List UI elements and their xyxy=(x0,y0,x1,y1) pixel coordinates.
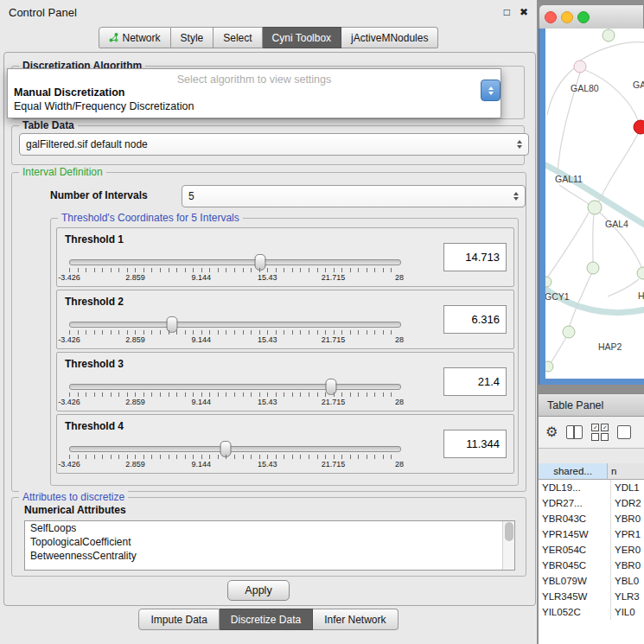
table-row[interactable]: YDR27...YDR2 xyxy=(539,495,644,511)
table-row[interactable]: YIL052CYIL0 xyxy=(539,604,644,620)
cell-shared-name[interactable]: YER054C xyxy=(539,542,611,558)
cell-name[interactable]: YDR2 xyxy=(611,495,644,511)
close-traffic-light[interactable] xyxy=(545,11,557,23)
vertical-scrollbar[interactable] xyxy=(502,521,514,570)
tick-label: 2.859 xyxy=(125,335,145,344)
tick-label: 28 xyxy=(395,460,404,469)
cell-shared-name[interactable]: YBL079W xyxy=(539,573,611,589)
tick-labels: -3.426 2.859 9.144 15.43 21.715 28 xyxy=(69,398,399,407)
threshold-2-slider[interactable] xyxy=(69,322,401,328)
gear-icon[interactable]: ⚙ xyxy=(545,425,558,439)
number-of-intervals-combobox[interactable]: 5 xyxy=(182,185,526,207)
apply-button[interactable]: Apply xyxy=(227,580,290,601)
tab-cyni-toolbox[interactable]: Cyni Toolbox xyxy=(263,27,341,48)
list-item[interactable]: TopologicalCoefficient xyxy=(25,535,514,549)
network-node[interactable] xyxy=(637,267,644,279)
network-view-window: GAL80 GA GAL11 GAL4 GCY1 HAP2 H xyxy=(539,4,644,385)
table-row[interactable]: YBR045CYBR0 xyxy=(539,558,644,573)
selected-red-node[interactable] xyxy=(634,120,644,134)
cell-shared-name[interactable]: YDR27... xyxy=(539,495,611,511)
popup-option-equal-width[interactable]: Equal Width/Frequency Discretization xyxy=(8,99,501,113)
float-window-icon[interactable]: □ xyxy=(504,6,510,18)
popup-option-manual-discretization[interactable]: Manual Discretization xyxy=(8,86,501,99)
cell-name[interactable]: YBR0 xyxy=(611,511,644,526)
tick-label: -3.426 xyxy=(58,273,80,282)
scrollbar-thumb[interactable] xyxy=(505,522,513,541)
list-item[interactable]: SelfLoops xyxy=(25,521,514,535)
network-window-titlebar[interactable] xyxy=(539,4,644,30)
tick-label: 15.43 xyxy=(258,398,277,406)
node-label-gal11: GAL11 xyxy=(555,174,583,184)
network-node[interactable] xyxy=(545,361,553,372)
cell-shared-name[interactable]: YBR043C xyxy=(539,511,611,526)
tab-infer-network[interactable]: Infer Network xyxy=(313,609,398,630)
table-row[interactable]: YBL079WYBL0 xyxy=(539,573,644,589)
network-node-gcy1[interactable] xyxy=(545,277,552,287)
tick-label: 21.715 xyxy=(322,273,346,282)
threshold-label: Threshold 4 xyxy=(65,420,124,432)
cell-name[interactable]: YBL0 xyxy=(611,573,644,589)
threshold-4-slider[interactable] xyxy=(69,446,401,452)
table-row[interactable]: YPR145WYPR1 xyxy=(539,526,644,542)
column-header-shared-name[interactable]: shared... xyxy=(539,463,608,480)
tick-marks xyxy=(69,330,399,335)
threshold-2-value-field[interactable]: 6.316 xyxy=(443,305,507,334)
tick-label: 9.144 xyxy=(192,273,212,282)
panel-title: Control Panel xyxy=(9,6,494,19)
tab-jactivemnodules[interactable]: jActiveMNodules xyxy=(341,27,438,48)
table-row[interactable]: YLR345WYLR3 xyxy=(539,589,644,604)
checkbox-grid-icon[interactable]: ✓ ✓ xyxy=(591,424,609,441)
node-label-gcy1: GCY1 xyxy=(545,291,570,302)
tab-select[interactable]: Select xyxy=(214,27,262,48)
network-node[interactable] xyxy=(603,29,615,41)
tick-labels: -3.426 2.859 9.144 15.43 21.715 28 xyxy=(69,273,399,283)
tab-label: Network xyxy=(123,32,161,44)
algorithm-combo-stepper[interactable] xyxy=(481,80,501,101)
cell-shared-name[interactable]: YDL19... xyxy=(539,480,611,495)
thresholds-group: Threshold's Coordinates for 5 Intervals … xyxy=(50,218,519,486)
node-label-hap2: HAP2 xyxy=(598,341,622,352)
table-row[interactable]: YER054CYER0 xyxy=(539,542,644,558)
down-arrow-icon xyxy=(488,92,494,95)
threshold-label: Threshold 1 xyxy=(65,233,124,245)
threshold-3-value-field[interactable]: 21.4 xyxy=(443,367,507,396)
network-node-gal80[interactable] xyxy=(574,61,586,73)
table-row[interactable]: YDL19...YDL1 xyxy=(539,480,644,495)
threshold-3-slider[interactable] xyxy=(69,384,401,390)
network-node-hap2[interactable] xyxy=(563,326,575,338)
close-icon[interactable]: ✖ xyxy=(520,6,528,18)
network-node-gal4[interactable] xyxy=(588,201,602,214)
checkbox-icon: ✓ xyxy=(591,424,599,431)
tab-impute-data[interactable]: Impute Data xyxy=(138,609,219,630)
cell-shared-name[interactable]: YLR345W xyxy=(539,589,611,604)
cell-name[interactable]: YBR0 xyxy=(611,558,644,573)
zoom-traffic-light[interactable] xyxy=(577,11,590,23)
tab-style[interactable]: Style xyxy=(171,27,214,48)
attributes-list[interactable]: SelfLoops TopologicalCoefficient Between… xyxy=(24,520,515,571)
cell-name[interactable]: YIL0 xyxy=(611,604,644,620)
table-row[interactable]: YBR043CYBR0 xyxy=(539,511,644,526)
tab-network[interactable]: Network xyxy=(99,27,171,48)
tab-discretize-data[interactable]: Discretize Data xyxy=(220,609,313,630)
columns-icon[interactable] xyxy=(566,425,583,439)
cell-name[interactable]: YLR3 xyxy=(611,589,644,604)
threshold-2-panel: Threshold 2 -3.426 2.859 9.144 15.43 21.… xyxy=(56,290,514,349)
clipped-toolbar-icon[interactable] xyxy=(617,425,631,439)
cell-name[interactable]: YPR1 xyxy=(611,526,644,542)
minimize-traffic-light[interactable] xyxy=(561,11,573,23)
threshold-1-value-field[interactable]: 14.713 xyxy=(443,243,507,271)
table-data-combobox[interactable]: galFiltered.sif default node xyxy=(19,133,529,156)
tick-label: 28 xyxy=(395,398,404,406)
cell-shared-name[interactable]: YPR145W xyxy=(539,526,611,542)
cell-shared-name[interactable]: YIL052C xyxy=(539,604,611,620)
list-item[interactable]: BetweennessCentrality xyxy=(25,549,514,563)
cell-shared-name[interactable]: YBR045C xyxy=(539,558,611,573)
network-node[interactable] xyxy=(587,262,599,274)
threshold-1-slider[interactable] xyxy=(69,259,401,265)
tick-label: -3.426 xyxy=(58,335,80,344)
column-header-name[interactable]: n xyxy=(608,463,644,480)
cell-name[interactable]: YER0 xyxy=(611,542,644,558)
threshold-4-value-field[interactable]: 11.344 xyxy=(443,430,507,458)
network-canvas[interactable]: GAL80 GA GAL11 GAL4 GCY1 HAP2 H xyxy=(545,29,644,379)
cell-name[interactable]: YDL1 xyxy=(611,480,644,495)
